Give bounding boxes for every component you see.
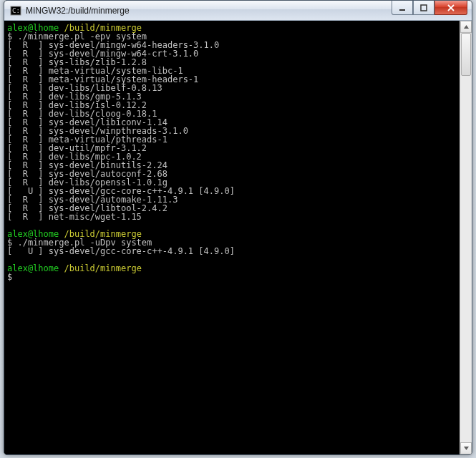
svg-rect-2 [399,9,405,11]
scroll-up-button[interactable] [460,21,472,33]
terminal-output[interactable]: alex@lhome /build/minmerge $ ./minmerge.… [4,21,460,454]
svg-rect-3 [421,5,427,11]
minimize-button[interactable] [392,1,413,15]
scroll-down-button[interactable] [460,442,472,454]
maximize-button[interactable] [413,1,434,15]
scroll-track[interactable] [460,33,472,442]
close-button[interactable] [434,1,467,15]
window-controls [392,1,467,15]
titlebar[interactable]: C: MINGW32:/build/minmerge [4,1,472,21]
terminal-icon: C: [10,5,21,16]
terminal-window: C: MINGW32:/build/minmerge alex@lhome /b… [4,0,472,455]
client-area: alex@lhome /build/minmerge $ ./minmerge.… [4,21,472,454]
svg-text:C:: C: [12,7,20,14]
vertical-scrollbar[interactable] [460,21,472,454]
scroll-thumb[interactable] [461,33,471,76]
